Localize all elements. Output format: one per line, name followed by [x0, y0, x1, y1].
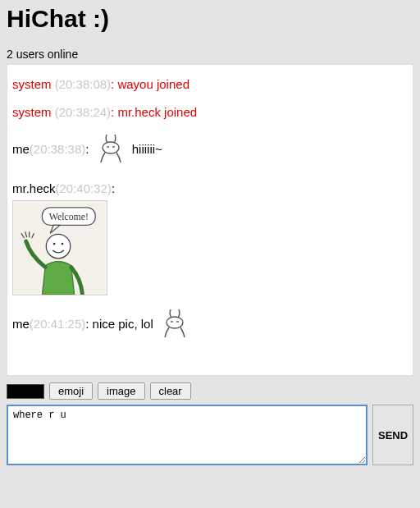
msg-colon: : [112, 181, 115, 195]
msg-time: (20:41:25) [30, 317, 85, 331]
online-status: 2 users online [7, 48, 413, 61]
msg-sender: mr.heck [12, 181, 56, 195]
welcome-image: Welcome! [12, 200, 107, 295]
emoji-button[interactable]: emoji [49, 382, 93, 400]
svg-point-12 [167, 317, 183, 328]
chat-log: system (20:38:08): wayou joined system (… [7, 64, 413, 376]
msg-text: nice pic, lol [93, 317, 153, 331]
msg-sender: me [12, 142, 30, 156]
msg-time: (20:38:08) [55, 77, 111, 91]
welcome-caption: Welcome! [49, 211, 89, 222]
send-button[interactable]: SEND [372, 405, 413, 465]
msg-sender: system [12, 105, 52, 119]
msg-time: (20:38:38) [30, 142, 85, 156]
msg-text: hiiiiii~ [132, 142, 162, 156]
message-user: me(20:38:38): hiiiiii~ [12, 132, 408, 169]
msg-text: wayou joined [117, 77, 189, 91]
message-input[interactable] [7, 405, 368, 465]
msg-sender: system [12, 77, 52, 91]
message-user: me(20:41:25): nice pic, lol [12, 307, 408, 344]
clear-button[interactable]: clear [150, 382, 191, 400]
msg-text: mr.heck joined [117, 105, 197, 119]
msg-colon: : [85, 317, 89, 331]
msg-colon: : [111, 105, 114, 119]
msg-time: (20:40:32) [56, 181, 112, 195]
msg-time: (20:38:24) [55, 105, 111, 119]
svg-point-0 [103, 142, 119, 153]
message-system: system (20:38:24): mr.heck joined [12, 104, 408, 121]
msg-sender: me [12, 317, 30, 331]
message-user: mr.heck(20:40:32): Welcome! [12, 181, 408, 295]
bunny-emoji-icon [160, 307, 189, 344]
msg-colon: : [85, 142, 89, 156]
color-swatch[interactable] [7, 384, 44, 399]
svg-point-6 [53, 243, 56, 245]
msg-colon: : [111, 77, 114, 91]
toolbar: emoji image clear [7, 382, 413, 400]
compose-area: SEND [7, 405, 413, 465]
svg-point-5 [46, 234, 70, 258]
bunny-emoji-icon [96, 132, 126, 169]
image-button[interactable]: image [98, 382, 144, 400]
svg-point-7 [62, 243, 64, 245]
message-system: system (20:38:08): wayou joined [12, 76, 408, 93]
page-title: HiChat :) [7, 5, 413, 33]
